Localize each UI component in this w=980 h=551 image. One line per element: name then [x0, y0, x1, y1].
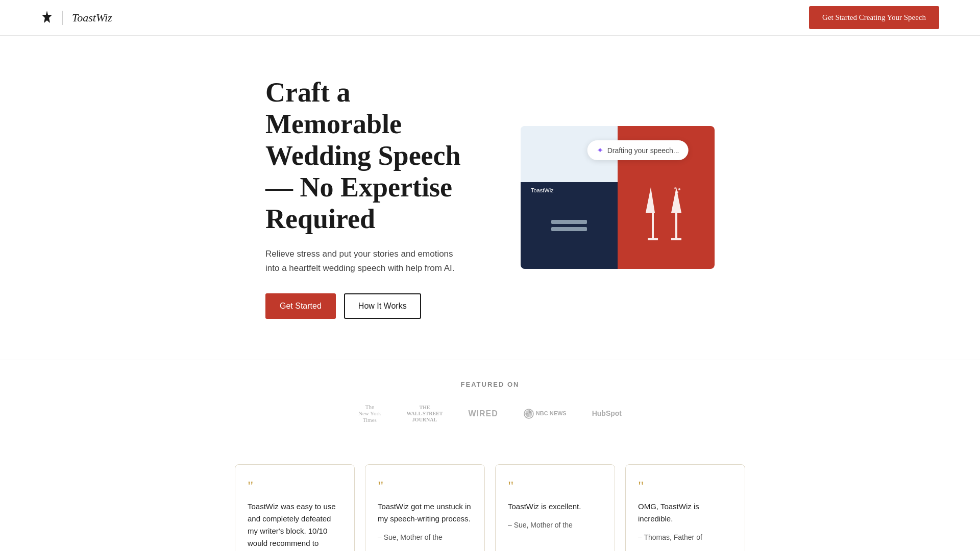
- champagne-glasses-icon: [641, 182, 692, 264]
- quote-mark-1: ": [248, 479, 342, 493]
- svg-rect-0: [652, 213, 654, 238]
- pub-logo-hubspot: HubSpot: [592, 409, 622, 418]
- hero-buttons: Get Started How It Works: [265, 293, 480, 319]
- svg-point-5: [678, 188, 680, 190]
- hero-illustration: ✦ Drafting your speech... ToastWiz: [521, 126, 715, 269]
- logo-divider: [62, 11, 63, 25]
- featured-logos: The New York Times THE WALL STREET JOURN…: [0, 404, 980, 424]
- testimonial-author-2: – Sue, Mother of the: [378, 533, 472, 541]
- line-bar-1: [551, 220, 587, 224]
- nbc-peacock-icon: [524, 409, 534, 419]
- pub-logo-wsj: THE WALL STREET JOURNAL: [407, 405, 443, 423]
- drafting-text: Drafting your speech...: [607, 146, 679, 155]
- quote-mark-4: ": [638, 479, 732, 493]
- svg-rect-2: [675, 213, 677, 238]
- testimonial-card-1: " ToastWiz was easy to use and completel…: [235, 464, 355, 551]
- how-it-works-button[interactable]: How It Works: [344, 293, 421, 319]
- quadrant-bl: [521, 182, 618, 269]
- quadrant-br: [618, 182, 715, 269]
- pub-logo-nbc: NBC NEWS: [524, 409, 567, 419]
- testimonial-text-2: ToastWiz got me unstuck in my speech-wri…: [378, 500, 472, 525]
- featured-section: FEATURED ON The New York Times THE WALL …: [0, 360, 980, 455]
- nav-cta-button[interactable]: Get Started Creating Your Speech: [809, 6, 939, 29]
- quote-mark-3: ": [508, 479, 602, 493]
- logo-text: ToastWiz: [72, 11, 112, 24]
- svg-point-6: [674, 187, 676, 189]
- testimonial-author-3: – Sue, Mother of the: [508, 521, 602, 529]
- logo-icon: [41, 10, 53, 26]
- testimonial-card-4: " OMG, ToastWiz is incredible. – Thomas,…: [625, 464, 745, 551]
- lines-decoration: [551, 220, 587, 231]
- hero-section: Craft a Memorable Wedding Speech — No Ex…: [184, 36, 796, 360]
- spark-icon: ✦: [597, 145, 603, 155]
- navbar: ToastWiz Get Started Creating Your Speec…: [0, 0, 980, 36]
- pub-logo-nyt: The New York Times: [358, 404, 381, 424]
- quote-mark-2: ": [378, 479, 472, 493]
- testimonial-text-4: OMG, ToastWiz is incredible.: [638, 500, 732, 525]
- testimonial-card-3: " ToastWiz is excellent. – Sue, Mother o…: [495, 464, 615, 551]
- logo[interactable]: ToastWiz: [41, 10, 112, 26]
- testimonial-text-1: ToastWiz was easy to use and completely …: [248, 500, 342, 551]
- toastwiz-watermark: ToastWiz: [527, 186, 558, 195]
- testimonial-card-2: " ToastWiz got me unstuck in my speech-w…: [365, 464, 485, 551]
- hero-text-block: Craft a Memorable Wedding Speech — No Ex…: [265, 77, 480, 319]
- testimonial-text-3: ToastWiz is excellent.: [508, 500, 602, 513]
- drafting-bubble: ✦ Drafting your speech...: [587, 140, 689, 160]
- line-bar-2: [551, 227, 587, 231]
- svg-rect-1: [648, 238, 658, 240]
- featured-label: FEATURED ON: [0, 381, 980, 388]
- testimonial-author-4: – Thomas, Father of: [638, 533, 732, 541]
- testimonials-section: " ToastWiz was easy to use and completel…: [184, 454, 796, 551]
- svg-point-4: [676, 191, 678, 193]
- hero-subtitle: Relieve stress and put your stories and …: [265, 247, 459, 274]
- get-started-button[interactable]: Get Started: [265, 293, 336, 319]
- pub-logo-wired: WIRED: [468, 409, 498, 418]
- svg-rect-3: [671, 238, 681, 240]
- hero-title: Craft a Memorable Wedding Speech — No Ex…: [265, 77, 480, 235]
